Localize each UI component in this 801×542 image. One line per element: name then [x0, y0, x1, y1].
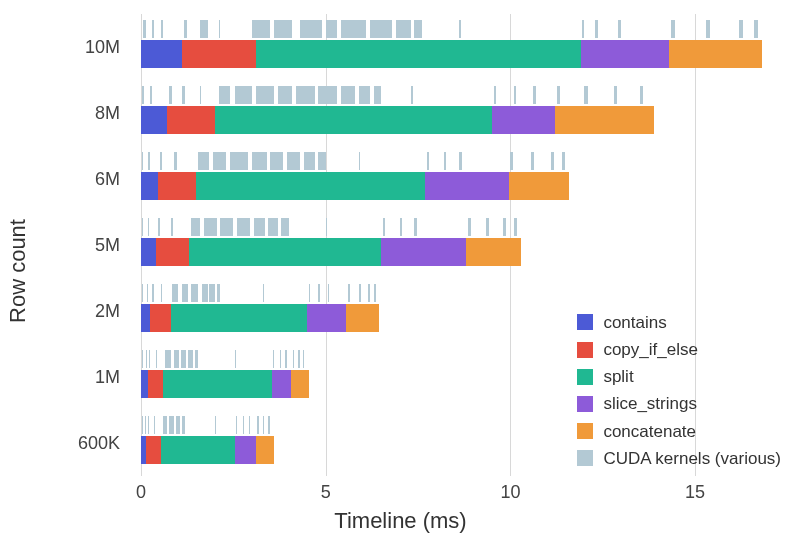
- x-tick-label: 15: [685, 476, 705, 503]
- kernel-tick: [230, 152, 248, 170]
- segment-copy_if_else: [158, 172, 197, 200]
- segment-contains: [141, 106, 167, 134]
- kernel-tick: [368, 284, 370, 302]
- kernel-tick: [706, 20, 710, 38]
- kernel-tick: [154, 416, 155, 434]
- segment-slice_strings: [272, 370, 290, 398]
- kernel-tick: [254, 218, 265, 236]
- kernel-tick: [237, 218, 250, 236]
- kernel-tick: [285, 350, 286, 368]
- legend-item: contains: [577, 309, 781, 336]
- kernel-tick: [268, 218, 277, 236]
- swatch-icon: [577, 423, 593, 439]
- kernel-tick: [468, 218, 471, 236]
- kernel-tick: [263, 284, 264, 302]
- kernel-tick: [149, 350, 150, 368]
- kernel-tick: [191, 218, 200, 236]
- segment-concatenate: [555, 106, 655, 134]
- segment-contains: [141, 304, 150, 332]
- segment-split: [163, 370, 272, 398]
- segment-copy_if_else: [150, 304, 170, 332]
- kernel-tick: [142, 218, 143, 236]
- swatch-icon: [577, 450, 593, 466]
- kernel-tick: [235, 350, 236, 368]
- swatch-icon: [577, 369, 593, 385]
- kernel-tick: [235, 86, 252, 104]
- kernel-tick: [148, 152, 149, 170]
- kernel-tick: [182, 86, 186, 104]
- kernel-tick: [252, 152, 267, 170]
- kernel-tick: [147, 284, 148, 302]
- kernel-tick: [209, 284, 215, 302]
- x-tick-label: 10: [500, 476, 520, 503]
- kernel-tick: [274, 20, 292, 38]
- x-tick-label: 5: [321, 476, 331, 503]
- kernel-tick: [318, 152, 325, 170]
- kernel-tick: [150, 86, 152, 104]
- kernel-tick: [160, 152, 163, 170]
- kernel-tick: [618, 20, 622, 38]
- kernel-tick: [459, 152, 462, 170]
- kernel-tick: [198, 152, 209, 170]
- kernel-tick: [200, 86, 201, 104]
- kernel-tick: [278, 86, 293, 104]
- segment-copy_if_else: [182, 40, 256, 68]
- kernel-tick: [204, 218, 217, 236]
- kernel-tick: [298, 350, 299, 368]
- kernel-tick: [584, 86, 588, 104]
- kernel-tick: [257, 416, 258, 434]
- kernel-band: [130, 152, 780, 170]
- kernel-tick: [551, 152, 554, 170]
- legend-item: copy_if_else: [577, 336, 781, 363]
- kernel-tick: [374, 86, 381, 104]
- kernel-tick: [754, 20, 758, 38]
- y-tick-label: 5M: [95, 235, 130, 256]
- segment-contains: [141, 40, 182, 68]
- bar-band: [130, 238, 780, 266]
- segment-concatenate: [509, 172, 570, 200]
- kernel-tick: [188, 350, 192, 368]
- kernel-tick: [303, 350, 304, 368]
- segment-split: [189, 238, 381, 266]
- timeline-row: [130, 20, 780, 74]
- kernel-tick: [533, 86, 536, 104]
- kernel-tick: [143, 20, 146, 38]
- segment-concatenate: [256, 436, 274, 464]
- kernel-tick: [148, 218, 149, 236]
- kernel-tick: [414, 218, 417, 236]
- kernel-tick: [444, 152, 446, 170]
- kernel-tick: [359, 284, 361, 302]
- kernel-tick: [215, 416, 216, 434]
- kernel-tick: [161, 20, 163, 38]
- kernel-tick: [739, 20, 743, 38]
- kernel-tick: [148, 416, 149, 434]
- kernel-tick: [219, 20, 220, 38]
- kernel-tick: [326, 218, 327, 236]
- kernel-tick: [318, 86, 336, 104]
- kernel-tick: [243, 416, 244, 434]
- kernel-tick: [182, 416, 185, 434]
- legend-label: copy_if_else: [603, 336, 698, 363]
- swatch-icon: [577, 342, 593, 358]
- legend-item: concatenate: [577, 418, 781, 445]
- kernel-tick: [503, 218, 506, 236]
- legend-label: concatenate: [603, 418, 696, 445]
- bar-band: [130, 40, 780, 68]
- kernel-band: [130, 284, 780, 302]
- segment-slice_strings: [492, 106, 555, 134]
- kernel-tick: [249, 416, 250, 434]
- swatch-icon: [577, 314, 593, 330]
- legend-label: CUDA kernels (various): [603, 445, 781, 472]
- kernel-tick: [256, 86, 274, 104]
- kernel-tick: [273, 350, 274, 368]
- segment-slice_strings: [235, 436, 255, 464]
- segment-slice_strings: [381, 238, 466, 266]
- bar-band: [130, 106, 780, 134]
- kernel-tick: [156, 350, 157, 368]
- kernel-tick: [562, 152, 565, 170]
- kernel-tick: [172, 284, 178, 302]
- kernel-tick: [174, 350, 179, 368]
- kernel-tick: [270, 152, 283, 170]
- segment-split: [161, 436, 235, 464]
- x-tick-label: 0: [136, 476, 146, 503]
